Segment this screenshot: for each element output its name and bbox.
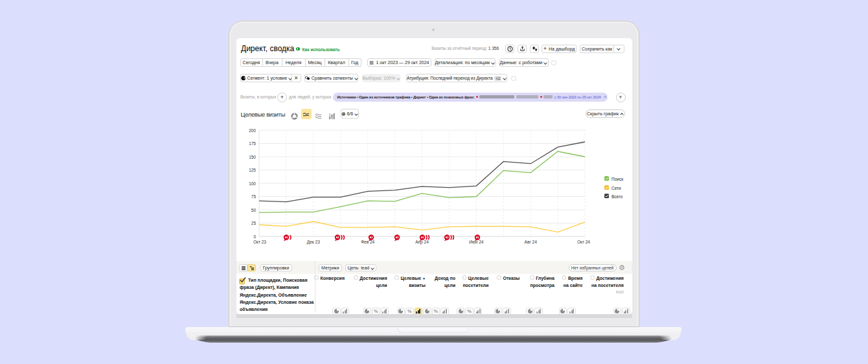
svg-text:Дек 23: Дек 23 [307, 240, 320, 245]
svg-text:Поиск: Поиск [611, 177, 623, 181]
svg-text:Авг 24: Авг 24 [525, 240, 538, 244]
svg-text:Фев 24: Фев 24 [361, 240, 374, 244]
svg-text:0: 0 [253, 234, 256, 239]
svg-text:125: 125 [249, 168, 256, 172]
svg-text:100: 100 [249, 181, 256, 186]
svg-text:200: 200 [249, 128, 256, 133]
svg-text:Апр 24: Апр 24 [415, 240, 429, 245]
svg-text:Окт 23: Окт 23 [253, 240, 266, 244]
svg-text:175: 175 [249, 141, 256, 146]
svg-text:150: 150 [249, 155, 256, 159]
svg-text:75: 75 [251, 194, 257, 199]
svg-text:Всего: Всего [611, 194, 622, 199]
svg-text:25: 25 [251, 221, 257, 225]
svg-text:Окт 24: Окт 24 [577, 240, 590, 244]
svg-text:Сети: Сети [611, 186, 621, 190]
svg-text:50: 50 [251, 208, 257, 212]
